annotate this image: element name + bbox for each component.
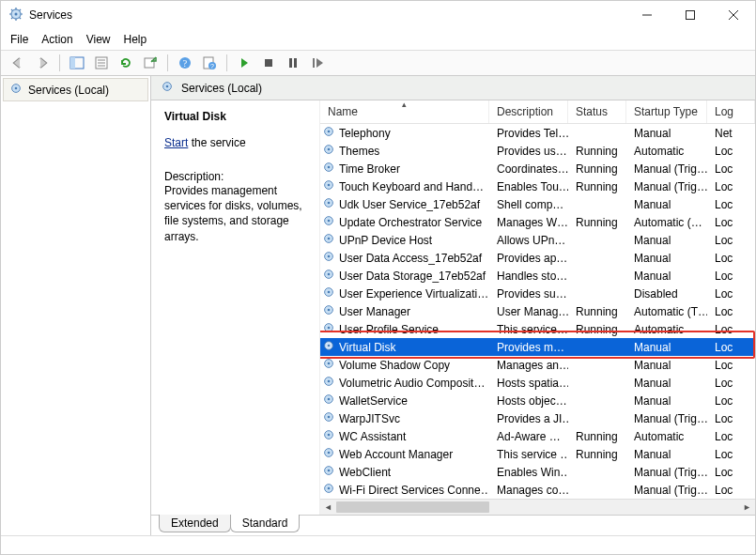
service-row[interactable]: WebClientEnables Win…Manual (Trig…Loc (320, 463, 755, 481)
list-body[interactable]: TelephonyProvides Tel…ManualNetThemesPro… (320, 124, 755, 499)
service-startup-type: Manual (Trig… (626, 180, 707, 193)
menu-help[interactable]: Help (124, 33, 147, 46)
maximize-button[interactable] (669, 1, 712, 29)
service-startup-type: Manual (626, 394, 707, 408)
service-startup-type: Manual (626, 359, 707, 372)
scroll-thumb[interactable] (336, 501, 489, 513)
column-status[interactable]: Status (568, 100, 626, 123)
service-row[interactable]: WarpJITSvcProvides a JI…Manual (Trig…Loc (320, 409, 755, 427)
service-row[interactable]: User ManagerUser Manag…RunningAutomatic … (320, 302, 755, 320)
gear-icon (322, 446, 335, 462)
service-log-on-as: Loc (707, 305, 755, 318)
tab-standard[interactable]: Standard (230, 515, 301, 532)
service-row[interactable]: Volumetric Audio Composit…Hosts spatia…M… (320, 374, 755, 392)
description-label: Description: (164, 170, 310, 183)
column-description[interactable]: Description (489, 100, 568, 123)
svg-rect-29 (313, 58, 315, 68)
service-startup-type: Disabled (626, 287, 707, 301)
svg-line-8 (11, 17, 13, 19)
close-button[interactable] (712, 1, 755, 29)
refresh-button[interactable] (115, 53, 137, 73)
selected-service-name: Virtual Disk (164, 110, 310, 123)
start-service-button[interactable] (233, 53, 255, 73)
service-description: Provides Tel… (489, 127, 568, 140)
service-description: Hosts objec… (489, 394, 568, 408)
service-log-on-as: Loc (707, 287, 755, 301)
service-status: Running (568, 430, 626, 443)
scroll-track[interactable] (336, 500, 739, 515)
description-text: Provides management services for disks, … (164, 183, 310, 244)
svg-rect-27 (289, 58, 292, 68)
service-log-on-as: Loc (707, 234, 755, 247)
svg-point-45 (328, 220, 331, 223)
service-row[interactable]: User Data Access_17eb52afProvides ap…Man… (320, 249, 755, 267)
service-row[interactable]: Touch Keyboard and Hand…Enables Tou…Runn… (320, 177, 755, 195)
service-list-pane: Name ▴ Description Status Startup Type L… (320, 100, 755, 515)
help-button[interactable]: ? (174, 53, 196, 73)
service-row[interactable]: User Data Storage_17eb52afHandles sto…Ma… (320, 267, 755, 285)
service-log-on-as: Loc (707, 466, 755, 479)
service-log-on-as: Loc (707, 270, 755, 283)
export-list-button[interactable] (139, 53, 162, 73)
service-description: Ad-Aware … (489, 430, 568, 443)
stop-service-button[interactable] (257, 53, 280, 73)
service-row[interactable]: User Profile ServiceThis service…Running… (320, 320, 755, 338)
navigation-pane: Services (Local) (1, 76, 151, 535)
menu-action[interactable]: Action (41, 33, 72, 46)
menu-bar: File Action View Help (1, 29, 755, 50)
svg-point-59 (328, 345, 331, 347)
service-row[interactable]: Virtual DiskProvides m…ManualLoc (320, 338, 755, 356)
service-row[interactable]: Wi-Fi Direct Services Conne…Manages co…M… (320, 481, 755, 499)
scroll-left-icon[interactable]: ◄ (320, 500, 336, 516)
service-row[interactable]: Udk User Service_17eb52afShell comp…Manu… (320, 195, 755, 213)
service-name: Wi-Fi Direct Services Conne… (339, 484, 489, 497)
service-row[interactable]: WC AssistantAd-Aware …RunningAutomaticLo… (320, 427, 755, 445)
pause-service-button[interactable] (282, 53, 304, 73)
service-description: Coordinates… (489, 162, 568, 176)
service-description: Manages W… (489, 216, 568, 229)
service-row[interactable]: WalletServiceHosts objec…ManualLoc (320, 392, 755, 409)
service-name: User Data Storage_17eb52af (339, 270, 486, 283)
horizontal-scrollbar[interactable]: ◄ ► (320, 499, 755, 515)
service-row[interactable]: UPnP Device HostAllows UPn…ManualLoc (320, 231, 755, 249)
service-row[interactable]: Web Account ManagerThis service …Running… (320, 445, 755, 463)
svg-point-35 (328, 131, 331, 133)
service-log-on-as: Loc (707, 394, 755, 408)
show-hide-tree-button[interactable] (66, 53, 88, 73)
back-button[interactable] (7, 53, 29, 73)
start-service-link[interactable]: Start (164, 136, 188, 149)
service-description: This service … (489, 448, 568, 461)
view-tabs: Extended Standard (151, 515, 755, 535)
service-row[interactable]: Update Orchestrator ServiceManages W…Run… (320, 213, 755, 231)
column-name[interactable]: Name ▴ (320, 100, 489, 123)
service-description: Hosts spatia… (489, 377, 568, 390)
service-row[interactable]: ThemesProvides us…RunningAutomaticLoc (320, 142, 755, 160)
service-description: Provides m… (489, 341, 568, 354)
svg-text:?: ? (210, 63, 214, 69)
service-row[interactable]: TelephonyProvides Tel…ManualNet (320, 124, 755, 142)
forward-button[interactable] (31, 53, 54, 73)
service-row[interactable]: Volume Shadow CopyManages an…ManualLoc (320, 356, 755, 374)
service-row[interactable]: User Experience Virtualizati…Provides su… (320, 285, 755, 302)
svg-point-1 (15, 12, 18, 15)
nav-services-local[interactable]: Services (Local) (3, 78, 148, 101)
tab-extended[interactable]: Extended (159, 515, 231, 532)
column-log-on-as[interactable]: Log (707, 100, 755, 123)
help-topic-button[interactable]: ? (198, 53, 221, 73)
properties-button[interactable] (90, 53, 113, 73)
service-description: Shell comp… (489, 198, 568, 211)
service-row[interactable]: Time BrokerCoordinates…RunningManual (Tr… (320, 160, 755, 177)
service-description: Enables Win… (489, 466, 568, 479)
menu-file[interactable]: File (10, 33, 28, 46)
gear-icon (322, 375, 335, 391)
service-log-on-as: Loc (707, 145, 755, 158)
scroll-right-icon[interactable]: ► (739, 500, 755, 516)
service-name: Volume Shadow Copy (339, 359, 450, 372)
restart-service-button[interactable] (306, 53, 329, 73)
svg-text:?: ? (183, 58, 188, 69)
service-status: Running (568, 448, 626, 461)
column-startup-type[interactable]: Startup Type (626, 100, 707, 123)
minimize-button[interactable] (625, 1, 669, 29)
menu-view[interactable]: View (86, 33, 111, 46)
service-startup-type: Manual (626, 234, 707, 247)
